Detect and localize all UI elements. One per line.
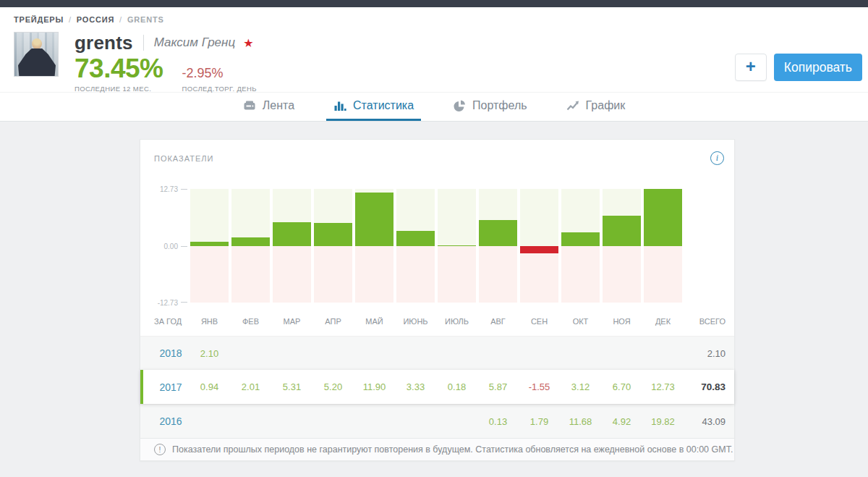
tab-chart[interactable]: График [559,93,633,121]
chart-bar [561,232,600,246]
table-cell: 4.92 [603,416,641,427]
tab-statistics[interactable]: Статистика [326,93,421,121]
name-divider [143,35,144,51]
table-cell: 0.94 [190,381,229,392]
tab-label: Лента [263,99,294,112]
chart-bar [231,237,270,246]
header-year: ЗА ГОД [154,317,187,326]
chart-column-АВГ [479,189,517,303]
chart-column-ИЮНЬ [396,189,435,303]
chart-y-axis: 12.73 0.00 -12.73 [154,189,187,303]
year-link[interactable]: 2018 [154,347,187,359]
chart-column-МАЙ [355,189,393,303]
chart-negative-area [561,246,600,303]
profile-info: grents Максим Гренц ★ 73.45% ПОСЛЕДНИЕ 1… [75,32,257,93]
header-month: СЕН [520,317,558,326]
star-icon[interactable]: ★ [243,36,253,50]
profile-header: ТРЕЙДЕРЫРОССИЯGRENTS grents Максим Гренц… [0,7,868,92]
metric-daily: -2.95% ПОСЛЕД.ТОРГ. ДЕНЬ [182,55,257,93]
table-cell: 5.31 [273,381,311,392]
header-month: АПР [314,317,352,326]
header-actions: + Копировать [735,54,862,81]
table-cell: 0.18 [438,381,476,392]
chart-negative-area [231,246,270,303]
header-month: АВГ [479,317,517,326]
header-month: ИЮНЬ [396,317,435,326]
chart-column-ОКТ [561,189,600,303]
table-cell: 2.01 [231,381,270,392]
panel-title: ПОКАЗАТЕЛИ [154,154,213,163]
chart-bar [438,245,476,246]
chart-bar [644,189,682,246]
header-month: МАР [273,317,311,326]
table-cell: 5.20 [314,381,352,392]
username: grents [75,32,133,54]
table-cell: 2.10 [190,348,229,359]
footnote-text: Показатели прошлых периодов не гарантиру… [172,444,733,455]
table-row-2017: 20170.942.015.315.2011.903.330.185.87-1.… [140,370,734,404]
chart-bar [603,216,641,246]
chart-bar [190,242,229,246]
chart-column-ДЕК [644,189,682,303]
header-month: ДЕК [644,317,682,326]
y-tick-label-min: -12.73 [158,299,178,307]
header-month: ИЮЛЬ [438,317,476,326]
chart-negative-area [190,246,229,303]
chart-icon [566,99,579,112]
table-cell: 12.73 [644,381,682,392]
chart-bar [520,246,558,253]
total-cell: 70.83 [685,381,726,392]
y-tick-line [181,189,187,190]
footnote: ! Показатели прошлых периодов не гаранти… [140,438,734,460]
chart-column-АПР [314,189,352,303]
breadcrumb-traders[interactable]: ТРЕЙДЕРЫ [14,15,77,24]
card-head: ПОКАЗАТЕЛИ i [140,140,734,164]
year-link[interactable]: 2017 [154,381,187,393]
header-month: МАЙ [355,317,393,326]
table-row-2018: 20182.102.10 [140,336,734,370]
year-link[interactable]: 2016 [154,415,187,427]
top-bar [0,0,868,7]
breadcrumb: ТРЕЙДЕРЫРОССИЯGRENTS [14,15,868,24]
chart-bar [396,231,435,246]
chart-column-СЕН [520,189,558,303]
chart-column-ЯНВ [190,189,229,303]
table-header-row: ЗА ГОДЯНВФЕВМАРАПРМАЙИЮНЬИЮЛЬАВГСЕНОКТНО… [140,317,734,326]
tab-feed[interactable]: Лента [236,93,302,121]
y-tick-label-zero: 0.00 [164,242,178,250]
chart-negative-area [479,246,517,303]
header-total: ВСЕГО [685,317,726,326]
chart-negative-area [438,246,476,303]
add-to-watchlist-button[interactable]: + [735,54,767,81]
chart-negative-area [273,246,311,303]
avatar [14,32,59,77]
total-cell: 2.10 [685,348,726,359]
daily-change-value: -2.95% [182,64,257,83]
chart-bar [355,193,393,246]
chart-grid: 12.73 0.00 -12.73 [140,189,734,303]
info-icon[interactable]: i [710,151,724,165]
chart-negative-area [396,246,435,303]
y-tick-label-max: 12.73 [160,185,178,193]
stats-card: ПОКАЗАТЕЛИ i 12.73 0.00 -12.73 ЗА ГОДЯНВ… [140,139,735,461]
chart-positive-area [190,189,229,246]
stats-icon [333,99,346,112]
copy-button[interactable]: Копировать [774,54,862,81]
y-tick-line [181,246,187,247]
table-cell: 19.82 [644,416,682,427]
chart-bar [314,223,352,246]
page-content: ПОКАЗАТЕЛИ i 12.73 0.00 -12.73 ЗА ГОДЯНВ… [0,122,868,477]
chart-negative-area [355,246,393,303]
chart-column-ИЮЛЬ [438,189,476,303]
chart-negative-area [314,246,352,303]
gain-12m-label: ПОСЛЕДНИЕ 12 МЕС. [75,85,163,93]
header-month: ЯНВ [190,317,229,326]
metrics: 73.45% ПОСЛЕДНИЕ 12 МЕС. -2.95% ПОСЛЕД.Т… [75,55,257,93]
warning-icon: ! [154,444,166,455]
name-row: grents Максим Гренц ★ [75,32,257,54]
daily-change-label: ПОСЛЕД.ТОРГ. ДЕНЬ [182,85,257,93]
breadcrumb-russia[interactable]: РОССИЯ [77,15,127,24]
table-cell: -1.55 [520,381,558,392]
metric-12m: 73.45% ПОСЛЕДНИЕ 12 МЕС. [75,55,163,93]
tab-portfolio[interactable]: Портфель [446,93,534,121]
